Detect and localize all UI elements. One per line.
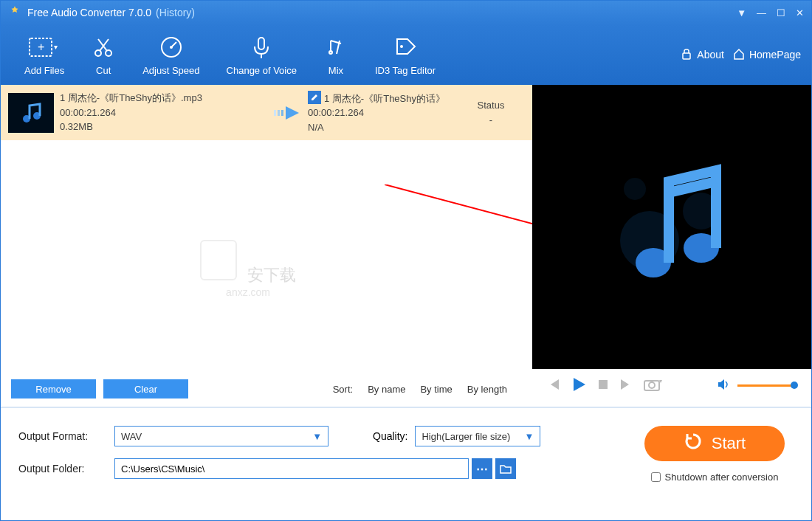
window-controls: ▼ — ☐ ✕ xyxy=(737,7,804,18)
adjust-speed-label: Adjust Speed xyxy=(142,65,199,76)
list-actions: Remove Clear Sort: By name By time By le… xyxy=(1,376,532,402)
svg-point-8 xyxy=(400,45,403,48)
play-button[interactable] xyxy=(571,376,587,396)
about-link[interactable]: About xyxy=(681,48,724,62)
app-title: Free Audio Converter 7.0.0 xyxy=(27,7,151,18)
add-files-icon: ▾+ xyxy=(28,34,61,61)
shutdown-checkbox[interactable]: Shutdown after conversion xyxy=(644,472,785,483)
music-note-icon xyxy=(598,152,746,303)
change-voice-label: Change of Voice xyxy=(227,65,297,76)
item-output-info: 1 周杰伦-《听TheShy的话》 00:00:21.264 N/A xyxy=(308,91,455,135)
svg-rect-12 xyxy=(274,110,276,116)
svg-rect-13 xyxy=(278,110,280,116)
output-settings: Output Format: WAV ▼ Quality: High(Large… xyxy=(1,426,811,491)
homepage-link[interactable]: HomePage xyxy=(733,48,801,62)
prev-button[interactable] xyxy=(547,378,560,394)
volume-slider[interactable] xyxy=(717,378,796,394)
svg-rect-7 xyxy=(258,38,264,49)
sort-by-length[interactable]: By length xyxy=(467,384,507,395)
item-source-info: 1 周杰伦-《听TheShy的话》.mp3 00:00:21.264 0.32M… xyxy=(60,91,266,134)
svg-text:+: + xyxy=(38,41,44,53)
remove-button[interactable]: Remove xyxy=(11,379,96,398)
mix-label: Mix xyxy=(328,65,343,76)
cut-button[interactable]: Cut xyxy=(78,30,129,80)
svg-rect-14 xyxy=(281,110,283,116)
svg-point-6 xyxy=(170,46,173,49)
svg-point-18 xyxy=(624,178,646,200)
item-status: Status - xyxy=(461,98,520,127)
home-icon xyxy=(733,48,745,62)
file-list: 1 周杰伦-《听TheShy的话》.mp3 00:00:21.264 0.32M… xyxy=(1,85,532,402)
main-toolbar: ▾+ Add Files Cut Adjust Speed Change of … xyxy=(1,24,811,85)
output-format-select[interactable]: WAV ▼ xyxy=(114,426,328,446)
output-folder-label: Output Folder: xyxy=(18,463,114,475)
svg-text:▾: ▾ xyxy=(659,378,662,384)
svg-point-23 xyxy=(649,382,655,388)
more-button[interactable]: ⋯ xyxy=(472,458,492,479)
clear-button[interactable]: Clear xyxy=(103,379,188,398)
dropdown-icon[interactable]: ▼ xyxy=(737,7,746,18)
stop-button[interactable] xyxy=(597,379,609,393)
next-button[interactable] xyxy=(619,378,633,394)
sort-by-time[interactable]: By time xyxy=(420,384,452,395)
maximize-icon[interactable]: ☐ xyxy=(777,7,785,18)
edit-icon[interactable] xyxy=(308,91,321,104)
lock-icon xyxy=(681,48,692,62)
svg-text:▾: ▾ xyxy=(54,43,58,51)
add-files-label: Add Files xyxy=(24,65,64,76)
svg-rect-9 xyxy=(683,53,690,59)
sort-group: Sort: By name By time By length xyxy=(333,384,507,395)
app-logo-icon xyxy=(8,4,21,21)
quality-label: Quality: xyxy=(373,430,407,442)
output-format-label: Output Format: xyxy=(18,430,114,442)
add-files-button[interactable]: ▾+ Add Files xyxy=(11,30,78,80)
scissors-icon xyxy=(91,34,116,61)
open-folder-button[interactable] xyxy=(495,458,516,479)
tag-icon xyxy=(393,34,418,61)
preview-panel xyxy=(532,85,811,369)
player-controls: ▾ xyxy=(532,369,811,402)
sort-label: Sort: xyxy=(333,384,353,395)
microphone-icon xyxy=(249,34,274,61)
volume-icon xyxy=(717,378,730,394)
id3-editor-label: ID3 Tag Editor xyxy=(375,65,436,76)
list-item[interactable]: 1 周杰伦-《听TheShy的话》.mp3 00:00:21.264 0.32M… xyxy=(1,85,532,140)
about-label: About xyxy=(697,49,724,61)
quality-select[interactable]: High(Larger file size) ▼ xyxy=(415,426,540,446)
homepage-label: HomePage xyxy=(749,49,801,61)
minimize-icon[interactable]: — xyxy=(757,7,766,18)
change-voice-button[interactable]: Change of Voice xyxy=(213,30,310,80)
mix-button[interactable]: Mix xyxy=(310,30,362,80)
sort-by-name[interactable]: By name xyxy=(368,384,405,395)
svg-rect-21 xyxy=(599,380,608,389)
refresh-icon xyxy=(684,432,703,455)
snapshot-button[interactable]: ▾ xyxy=(643,377,662,395)
mix-icon xyxy=(323,34,348,61)
adjust-speed-button[interactable]: Adjust Speed xyxy=(129,30,213,80)
id3-editor-button[interactable]: ID3 Tag Editor xyxy=(362,30,449,80)
chevron-down-icon: ▼ xyxy=(312,431,322,442)
convert-arrow-icon xyxy=(272,103,302,123)
start-button[interactable]: Start xyxy=(644,426,785,461)
watermark: 安下载 anxz.com xyxy=(200,240,296,298)
close-icon[interactable]: ✕ xyxy=(796,7,804,18)
history-link[interactable]: (History) xyxy=(156,7,195,18)
output-folder-input[interactable] xyxy=(114,458,469,479)
cut-label: Cut xyxy=(96,65,111,76)
item-thumbnail xyxy=(8,93,54,133)
chevron-down-icon: ▼ xyxy=(525,431,534,442)
speed-icon xyxy=(159,34,184,61)
titlebar: Free Audio Converter 7.0.0 (History) ▼ —… xyxy=(1,1,811,24)
